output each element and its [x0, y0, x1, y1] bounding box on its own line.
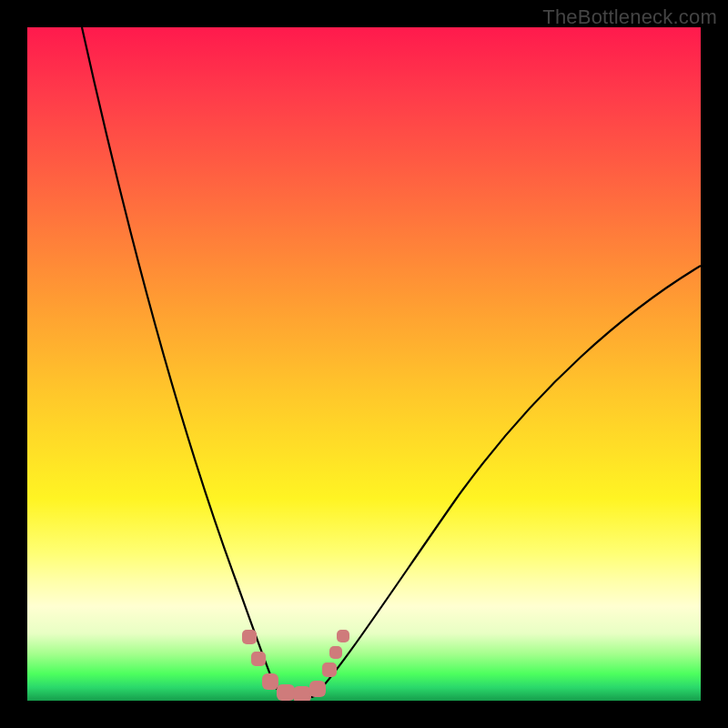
- marker-dot: [262, 673, 278, 690]
- marker-dot: [329, 646, 342, 659]
- watermark-text: TheBottleneck.com: [542, 5, 717, 29]
- bottleneck-curve-left: [82, 27, 282, 696]
- chart-frame: TheBottleneck.com: [0, 0, 728, 728]
- marker-dot: [277, 684, 295, 701]
- marker-dot: [293, 686, 311, 701]
- marker-dot: [309, 681, 326, 697]
- bottleneck-curve-right: [313, 266, 701, 697]
- marker-dot: [322, 662, 337, 677]
- marker-dot: [251, 652, 266, 666]
- marker-dot: [337, 630, 349, 642]
- chart-svg: [27, 27, 701, 701]
- marker-dot: [242, 630, 257, 644]
- chart-plot-area: [27, 27, 701, 701]
